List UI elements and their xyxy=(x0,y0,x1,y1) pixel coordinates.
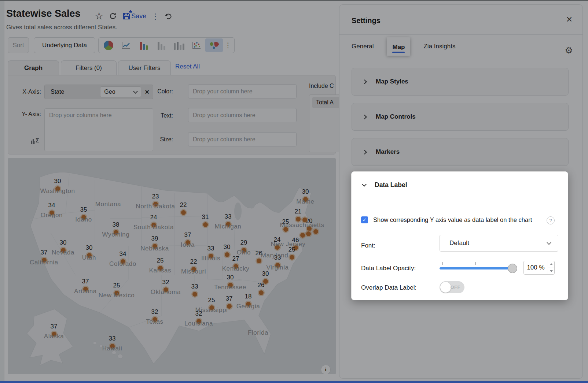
data-label-accordion-header[interactable]: Data Label xyxy=(363,181,407,189)
spinner-up-icon[interactable] xyxy=(548,261,554,268)
section-data-label: Data Label ✓ Show corresponding Y axis v… xyxy=(351,171,568,300)
help-icon[interactable]: ? xyxy=(547,216,555,224)
chevron-down-icon xyxy=(547,240,551,245)
data-label-title: Data Label xyxy=(375,181,407,189)
opacity-value: 100 % xyxy=(524,261,548,274)
slider-tick xyxy=(475,262,476,265)
app-window: Statewise Sales ☆ * Save ⋮ Gives total s… xyxy=(0,0,588,383)
overlap-label: Overlap Data Label: xyxy=(361,284,416,291)
opacity-spinner xyxy=(548,261,554,274)
spinner-down-icon[interactable] xyxy=(548,268,554,275)
font-select-value: Default xyxy=(449,239,469,247)
slider-tick xyxy=(442,262,443,265)
toggle-state-text: OFF xyxy=(451,285,461,290)
slider-track[interactable] xyxy=(440,267,510,269)
show-data-label-checkbox[interactable]: ✓ xyxy=(361,216,368,223)
opacity-input[interactable]: 100 % xyxy=(523,261,555,275)
toggle-knob xyxy=(440,282,451,293)
show-data-label-text: Show corresponding Y axis value as data … xyxy=(373,216,532,223)
divider xyxy=(352,204,568,204)
slider-handle[interactable] xyxy=(508,264,517,273)
font-select[interactable]: Default xyxy=(440,235,558,252)
overlap-toggle[interactable]: OFF xyxy=(440,281,464,293)
chevron-down-icon xyxy=(362,182,367,187)
font-label: Font: xyxy=(361,242,375,249)
opacity-slider[interactable] xyxy=(440,260,513,276)
opacity-label: Data Label Opacity: xyxy=(361,265,416,272)
